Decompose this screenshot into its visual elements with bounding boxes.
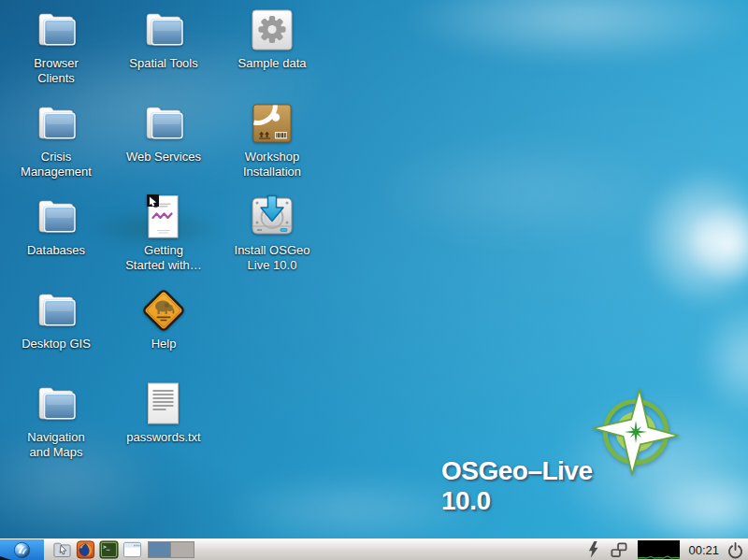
battery-power-icon[interactable] [586, 540, 600, 559]
desktop-icon-browser-clients[interactable]: Browser Clients [11, 7, 101, 86]
cpu-monitor[interactable] [638, 540, 680, 559]
file-manager-button[interactable] [51, 539, 73, 560]
folder-icon [34, 101, 79, 146]
terminal-button[interactable]: >_ [98, 539, 120, 560]
workspace-2[interactable] [171, 541, 194, 558]
terminal-icon: >_ [99, 540, 119, 559]
folder-icon [34, 288, 79, 333]
system-tray: 00:21 [586, 540, 748, 559]
package-icon [250, 101, 295, 146]
folder-icon [34, 194, 79, 239]
icon-label: Help [119, 337, 209, 352]
folder-icon [141, 7, 186, 52]
road-sign-icon [141, 288, 186, 333]
desktop-icon-getting-started[interactable]: Getting Started with… [119, 194, 209, 273]
folder-icon [34, 7, 79, 52]
clock[interactable]: 00:21 [688, 543, 719, 557]
icon-label: Install OSGeo Live 10.0 [227, 243, 317, 273]
icon-label: Desktop GIS [11, 337, 101, 352]
desktop-icon-workshop-installation[interactable]: Workshop Installation [227, 101, 317, 179]
cpu-graph-icon [638, 540, 680, 559]
osgeo-live-version-label: OSGeo–Live 10.0 [441, 456, 628, 516]
quick-launch-bar: >_ [51, 539, 143, 560]
icon-label: Browser Clients [11, 56, 101, 86]
desktop-icon-navigation-maps[interactable]: Navigation and Maps [11, 381, 101, 460]
icon-label: Workshop Installation [227, 150, 317, 179]
icon-label: Getting Started with… [119, 243, 209, 273]
document-shortcut-icon [141, 194, 186, 239]
icon-label: Crisis Management [11, 150, 101, 179]
folder-icon [141, 101, 186, 146]
window-icon [122, 540, 142, 559]
desktop-icon-desktop-gis[interactable]: Desktop GIS [11, 288, 101, 352]
power-button-icon[interactable] [727, 541, 743, 559]
show-desktop-button[interactable] [122, 539, 143, 560]
firefox-icon [76, 540, 95, 559]
svg-text:>_: >_ [103, 543, 110, 551]
icon-label: Navigation and Maps [11, 430, 101, 460]
icon-label: Spatial Tools [119, 56, 209, 71]
desktop-icon-install-osgeo[interactable]: Install OSGeo Live 10.0 [227, 194, 317, 273]
icon-label: Web Services [119, 150, 209, 165]
folder-icon [34, 381, 79, 426]
screen-corner-artifact [0, 556, 11, 560]
text-file-icon [141, 381, 186, 426]
icon-label: Sample data [227, 56, 317, 71]
firefox-button[interactable] [75, 539, 96, 560]
taskbar: >_ [0, 538, 748, 560]
icon-label: Databases [11, 243, 101, 258]
desktop-icon-passwords[interactable]: passwords.txt [119, 381, 209, 445]
desktop-icon-databases[interactable]: Databases [11, 194, 101, 258]
lubuntu-logo-icon [13, 541, 31, 559]
file-manager-icon [52, 540, 72, 559]
desktop-icon-spatial-tools[interactable]: Spatial Tools [119, 7, 209, 71]
workspace-1[interactable] [148, 541, 171, 558]
gear-icon [250, 7, 295, 52]
network-icon[interactable] [609, 540, 629, 559]
desktop-icon-web-services[interactable]: Web Services [119, 101, 209, 165]
desktop-screen: OSGeo–Live 10.0 Browser Clients Spatial … [0, 0, 748, 560]
install-drive-icon [250, 194, 295, 239]
icon-label: passwords.txt [119, 430, 209, 445]
desktop-icon-help[interactable]: Help [119, 288, 209, 352]
workspace-pager [148, 541, 194, 558]
desktop-icon-crisis-management[interactable]: Crisis Management [11, 101, 101, 179]
desktop-icon-sample-data[interactable]: Sample data [227, 7, 317, 71]
